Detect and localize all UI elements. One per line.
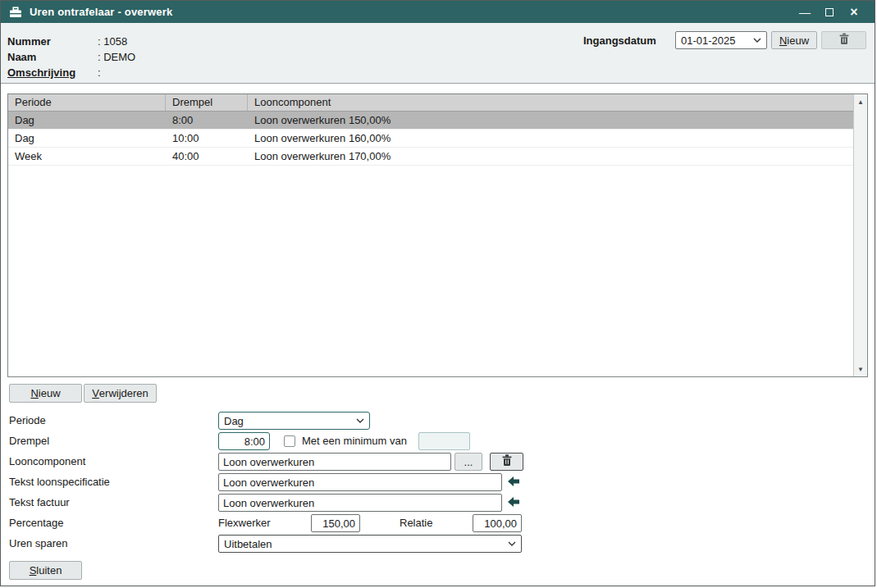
periode-label: Periode [9, 412, 46, 430]
looncomponent-label: Looncomponent [9, 453, 85, 471]
trash-icon [838, 33, 850, 48]
maximize-icon [825, 8, 834, 16]
tekst-factuur-label: Tekst factuur [9, 494, 70, 512]
table-row[interactable]: Dag 10:00 Loon overwerkuren 160,00% [8, 130, 853, 148]
chevron-down-icon [508, 541, 516, 546]
sluiten-button[interactable]: Sluiten [9, 561, 82, 580]
naam-label: Naam [7, 49, 98, 65]
close-button[interactable]: × [842, 1, 866, 23]
cell-looncomponent: Loon overwerkuren 170,00% [248, 148, 853, 165]
table-row[interactable]: Dag 8:00 Loon overwerkuren 150,00% [8, 112, 853, 130]
drempel-input[interactable] [218, 432, 270, 450]
cell-periode: Dag [8, 130, 166, 147]
titlebar[interactable]: Uren ontrafelaar - overwerk — × [1, 1, 875, 23]
minimum-input[interactable] [418, 432, 470, 450]
flexwerker-label: Flexwerker [218, 514, 271, 532]
cell-periode: Dag [8, 112, 166, 129]
flexwerker-percentage-input[interactable] [311, 514, 360, 532]
cell-periode: Week [8, 148, 166, 165]
tekst-factuur-input[interactable] [218, 494, 502, 512]
looncomponent-input[interactable] [218, 453, 451, 471]
uren-sparen-label: Uren sparen [9, 535, 68, 553]
looncomponent-delete-button[interactable] [490, 453, 523, 471]
percentage-label: Percentage [9, 514, 64, 532]
column-header-drempel[interactable]: Drempel [166, 94, 248, 111]
table-row[interactable]: Week 40:00 Loon overwerkuren 170,00% [8, 148, 853, 166]
table-inner: Periode Drempel Looncomponent Dag 8:00 L… [8, 94, 853, 376]
column-header-looncomponent[interactable]: Looncomponent [248, 94, 853, 111]
header-row-omschrijving: Omschrijving: [7, 65, 101, 80]
header-delete-button[interactable] [821, 31, 866, 49]
ingangsdatum-label: Ingangsdatum [583, 34, 656, 47]
column-header-periode[interactable]: Periode [8, 94, 166, 111]
tekst-factuur-copy-button[interactable] [505, 494, 523, 512]
window-controls: — × [792, 1, 866, 23]
app-icon [9, 7, 22, 18]
tekst-loonspecificatie-copy-button[interactable] [505, 473, 523, 491]
header-row-nummer: Nummer: 1058 [7, 34, 127, 49]
chevron-down-icon [753, 38, 761, 43]
uren-sparen-value: Uitbetalen [224, 538, 505, 550]
uren-sparen-select[interactable]: Uitbetalen [218, 535, 522, 553]
scroll-down-icon[interactable]: ▼ [854, 362, 867, 376]
minimum-checkbox[interactable] [284, 435, 295, 447]
nummer-label: Nummer [7, 34, 98, 49]
window-title: Uren ontrafelaar - overwerk [30, 6, 172, 18]
tekst-loonspecificatie-label: Tekst loonspecificatie [9, 473, 110, 491]
nummer-value: : 1058 [98, 35, 127, 48]
ingangsdatum-value: 01-01-2025 [681, 34, 750, 47]
omschrijving-value: : [98, 66, 101, 79]
relatie-label: Relatie [400, 514, 432, 532]
arrow-left-icon [507, 476, 520, 490]
table-header: Periode Drempel Looncomponent [8, 94, 853, 112]
header-nieuw-button[interactable]: Nieuw [771, 31, 817, 49]
perioden-table: Periode Drempel Looncomponent Dag 8:00 L… [7, 93, 868, 377]
omschrijving-label: Omschrijving [7, 65, 98, 80]
header-row-naam: Naam: DEMO [7, 49, 135, 65]
scroll-up-icon[interactable]: ▲ [854, 95, 867, 108]
cell-drempel: 10:00 [166, 130, 248, 147]
dialog-window: Uren ontrafelaar - overwerk — × Nummer: … [0, 0, 875, 586]
cell-looncomponent: Loon overwerkuren 160,00% [248, 130, 853, 147]
looncomponent-browse-button[interactable]: ... [454, 453, 482, 471]
periode-value: Dag [224, 415, 353, 427]
ingangsdatum-combobox[interactable]: 01-01-2025 [675, 31, 767, 49]
ellipsis-label: ... [464, 456, 473, 468]
relatie-percentage-input[interactable] [473, 514, 522, 532]
cell-looncomponent: Loon overwerkuren 150,00% [248, 112, 853, 129]
header-panel: Nummer: 1058 Naam: DEMO Omschrijving: In… [1, 23, 875, 84]
maximize-button[interactable] [817, 1, 842, 23]
chevron-down-icon [356, 418, 364, 423]
drempel-label: Drempel [9, 432, 49, 450]
minimum-checkbox-label: Met een minimum van [302, 432, 407, 450]
tekst-loonspecificatie-input[interactable] [218, 473, 502, 491]
nieuw-button[interactable]: Nieuw [9, 384, 82, 403]
minimize-button[interactable]: — [792, 1, 817, 23]
trash-icon [501, 454, 513, 469]
arrow-left-icon [507, 496, 520, 510]
cell-drempel: 40:00 [166, 148, 248, 165]
naam-value: : DEMO [98, 51, 135, 63]
verwijderen-button[interactable]: Verwijderen [84, 384, 157, 403]
cell-drempel: 8:00 [166, 112, 248, 129]
vertical-scrollbar[interactable]: ▲ ▼ [853, 94, 867, 376]
periode-select[interactable]: Dag [218, 412, 370, 430]
